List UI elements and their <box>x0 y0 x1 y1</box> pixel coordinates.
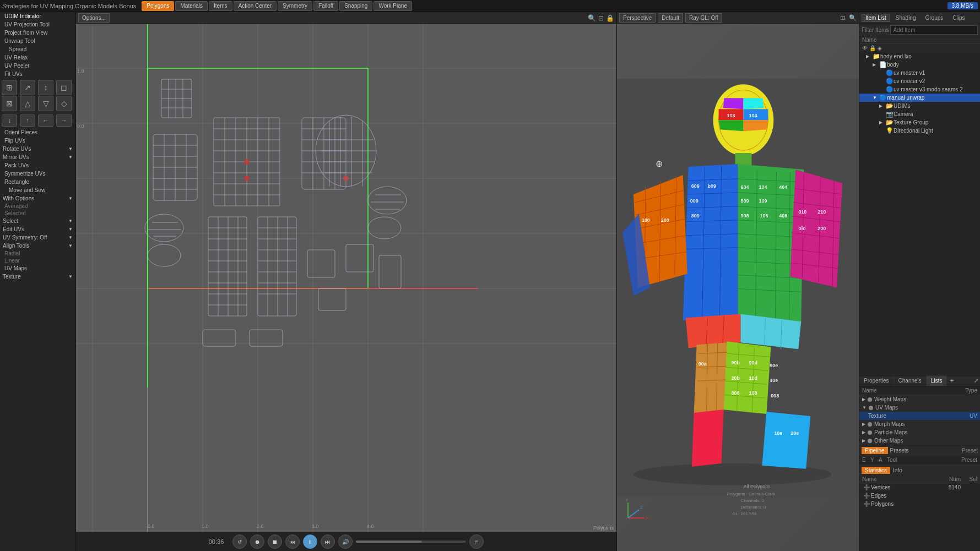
stop-btn[interactable]: ⏹ <box>268 534 282 549</box>
vertices-expand[interactable]: ➕ <box>862 484 871 491</box>
rewind-btn[interactable]: ⏮ <box>285 534 300 549</box>
tree-icon-eye[interactable]: 👁 <box>862 45 868 51</box>
props-tab-channels[interactable]: Channels <box>894 375 927 386</box>
udim-indicator[interactable]: UDIM Indicator <box>0 12 75 20</box>
play-pause-btn[interactable]: ⏸ <box>303 534 317 549</box>
tab-item-list[interactable]: Item List <box>862 14 890 22</box>
move-and-sew[interactable]: Move and Sew <box>0 186 75 194</box>
project-from-view[interactable]: Project from View <box>0 29 75 37</box>
topbar-action-center-btn[interactable]: Action Center <box>234 1 277 11</box>
props-expand-icon[interactable]: ⤢ <box>972 378 980 384</box>
topbar-polygons-btn[interactable]: Polygons <box>142 1 174 11</box>
arrow-up-btn[interactable]: ↑ <box>20 114 35 127</box>
props-tab-plus[interactable]: + <box>947 377 956 385</box>
loop-btn[interactable]: ↺ <box>232 534 247 549</box>
zoom-icon[interactable]: 🔍 <box>588 14 596 22</box>
tree-icon-lock[interactable]: 🔒 <box>869 45 876 51</box>
tree-item-camera[interactable]: 📷 Camera <box>859 110 980 118</box>
edit-uvs-dropdown[interactable]: Edit UVs ▼ <box>0 225 75 233</box>
topbar-items-btn[interactable]: Items <box>209 1 232 11</box>
tree-item-uv3[interactable]: 🔵 uv master v3 modo seams 2 <box>859 85 980 94</box>
rectangle[interactable]: Rectangle <box>0 178 75 186</box>
tree-item-uv1[interactable]: 🔵 uv master v1 <box>859 69 980 77</box>
flip-uvs[interactable]: Flip UVs <box>0 137 75 145</box>
uv-maps-item[interactable]: UV Maps <box>0 264 75 272</box>
morph-maps-section[interactable]: ▶ Morph Maps <box>859 420 980 428</box>
pack-uvs[interactable]: Pack UVs <box>0 161 75 170</box>
ray-gl-label[interactable]: Ray GL: Off <box>685 13 722 23</box>
default-label[interactable]: Default <box>658 13 683 23</box>
topbar-symmetry-btn[interactable]: Symmetry <box>278 1 312 11</box>
texture-dropdown[interactable]: Texture ▼ <box>0 272 75 281</box>
arrow-down-btn[interactable]: ↓ <box>2 114 17 127</box>
topbar-falloff-btn[interactable]: Falloff <box>313 1 338 11</box>
tree-item-manual-unwrap[interactable]: ▼ 🔵 manual unwrap <box>859 94 980 102</box>
tree-item-texture-group[interactable]: ▶ 📂 Texture Group <box>859 118 980 127</box>
filter-input[interactable] <box>890 25 978 35</box>
tool-btn-1[interactable]: ⊞ <box>2 80 17 95</box>
uv-projection-tool[interactable]: UV Projection Tool <box>0 20 75 29</box>
texture-map-item[interactable]: Texture UV <box>859 412 980 420</box>
uv-viewport[interactable]: Options... 🔍 ⊡ 🔒 <box>76 12 616 532</box>
with-options[interactable]: With Options ▼ <box>0 194 75 203</box>
uv-peeler[interactable]: UV Peeler <box>0 62 75 70</box>
symmetrize-uvs[interactable]: Symmetrize UVs <box>0 170 75 178</box>
fit-icon[interactable]: ⊡ <box>598 14 604 22</box>
topbar-work-plane-btn[interactable]: Work Plane <box>373 1 412 11</box>
unwrap-tool[interactable]: Unwrap Tool <box>0 37 75 45</box>
viewport-icon-1[interactable]: ⊡ <box>840 14 845 21</box>
props-tab-properties[interactable]: Properties <box>859 375 894 386</box>
perspective-label[interactable]: Perspective <box>619 13 656 23</box>
tool-btn-5[interactable]: ⊠ <box>2 96 17 111</box>
tab-clips[interactable]: Clips <box>949 14 968 22</box>
uv-symmetry-dropdown[interactable]: UV Symmetry: Off ▼ <box>0 233 75 242</box>
tree-item-body-end[interactable]: ▶ 📁 body end.lxo <box>859 52 980 61</box>
lock-icon[interactable]: 🔒 <box>606 14 614 22</box>
uv-canvas-area[interactable]: 0.0 1.0 2.0 3.0 4.0 1.0 0.0 <box>76 24 616 532</box>
edges-expand[interactable]: ➕ <box>862 492 871 499</box>
forward-btn[interactable]: ⏭ <box>321 534 335 549</box>
topbar-materials-btn[interactable]: Materials <box>175 1 208 11</box>
particle-maps-section[interactable]: ▶ Particle Maps <box>859 428 980 437</box>
tree-item-body[interactable]: ▶ 📄 body <box>859 61 980 69</box>
polygons-expand[interactable]: ➕ <box>862 500 871 508</box>
tool-btn-2[interactable]: ↗ <box>20 80 35 95</box>
presets-label[interactable]: Presets <box>890 448 909 454</box>
fit-uvs[interactable]: Fit UVs <box>0 70 75 78</box>
rotate-uvs[interactable]: Rotate UVs ▼ <box>0 145 75 153</box>
tab-shading[interactable]: Shading <box>892 14 920 22</box>
tool-btn-6[interactable]: △ <box>20 96 35 111</box>
topbar-snapping-btn[interactable]: Snapping <box>339 1 372 11</box>
tree-item-uv2[interactable]: 🔵 uv master v2 <box>859 77 980 85</box>
other-maps-section[interactable]: ▶ Other Maps <box>859 437 980 445</box>
uv-relax[interactable]: UV Relax <box>0 53 75 62</box>
props-tab-lists[interactable]: Lists <box>927 375 947 386</box>
viewport-3d-content[interactable]: 103 104 <box>617 24 859 551</box>
orient-pieces[interactable]: Orient Pieces <box>0 128 75 137</box>
uv-maps-section[interactable]: ▼ UV Maps <box>859 403 980 412</box>
info-label[interactable]: Info <box>893 467 902 473</box>
record-btn[interactable]: ⏺ <box>250 534 264 549</box>
main-layout: UDIM Indicator UV Projection Tool Projec… <box>0 12 980 551</box>
tree-item-directional-light[interactable]: 💡 Directional Light <box>859 127 980 135</box>
audio-btn[interactable]: 🔊 <box>338 534 353 549</box>
timeline-track[interactable] <box>356 541 466 543</box>
uv-options-btn[interactable]: Options... <box>78 13 110 23</box>
weight-maps-section[interactable]: ▶ Weight Maps <box>859 395 980 403</box>
tree-icon-vis[interactable]: ◈ <box>878 45 882 51</box>
timeline-extra-btn[interactable]: ≡ <box>469 534 484 549</box>
tab-groups[interactable]: Groups <box>922 14 947 22</box>
tool-btn-3[interactable]: ↕ <box>38 80 53 95</box>
align-tools-dropdown[interactable]: Align Tools ▼ <box>0 242 75 250</box>
spread-btn[interactable]: Spread <box>0 45 75 53</box>
select-dropdown[interactable]: Select ▼ <box>0 217 75 225</box>
other-maps-dot <box>868 439 872 443</box>
arrow-right-btn[interactable]: → <box>56 114 72 127</box>
tree-item-udims[interactable]: ▶ 📂 UDIMs <box>859 102 980 110</box>
tool-btn-4[interactable]: ◻ <box>56 80 72 95</box>
mirror-uvs[interactable]: Mirror UVs ▼ <box>0 153 75 161</box>
viewport-icon-2[interactable]: 🔍 <box>849 14 857 21</box>
tool-btn-7[interactable]: ▽ <box>38 96 53 111</box>
tool-btn-8[interactable]: ◇ <box>56 96 72 111</box>
arrow-left-btn[interactable]: ← <box>38 114 53 127</box>
